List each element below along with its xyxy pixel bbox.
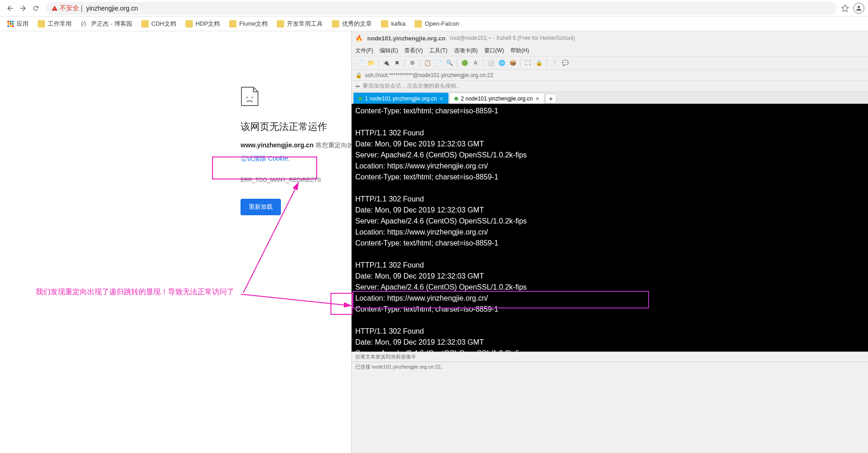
- xshell-menubar: 文件(F) 编辑(E) 查看(V) 工具(T) 选项卡(B) 窗口(W) 帮助(…: [352, 45, 868, 56]
- reload-button[interactable]: [29, 2, 42, 15]
- menu-window[interactable]: 窗口(W): [484, 47, 504, 55]
- folder-icon: [229, 20, 236, 28]
- xshell-title-host: node101.yinzhengjie.org.cn: [367, 35, 445, 42]
- tb-color-icon[interactable]: 🟢: [460, 58, 469, 67]
- svg-point-1: [252, 97, 253, 98]
- apps-label: 应用: [17, 20, 28, 28]
- xshell-titlebar: 🔥 node101.yinzhengjie.org.cn root@node10…: [352, 31, 868, 45]
- tb-paste-icon[interactable]: 📄: [434, 58, 443, 67]
- xshell-toolbar: 📄 📁 🔌 ✖ ⚙ 📋 📄 🔍 🟢 A ⬜ 🌐 📦 ⛶ 🔒 ❔ 💬: [352, 56, 868, 70]
- profile-button[interactable]: [853, 3, 864, 14]
- xshell-address-bar[interactable]: 🔒 ssh://root:***********@node101.yinzhen…: [352, 70, 868, 81]
- chrome-error-page: 该网页无法正常运作 www.yinzhengjie.org.cn 将您重定向的次…: [0, 31, 351, 453]
- menu-file[interactable]: 文件(F): [355, 47, 373, 55]
- content-area: 该网页无法正常运作 www.yinzhengjie.org.cn 将您重定向的次…: [0, 31, 868, 453]
- bookmark-item-4[interactable]: Flume文档: [225, 18, 271, 30]
- bookmarks-bar: 应用 工作常用 ⟨⁄⟩尹正杰 - 博客园 CDH文档 HDP文档 Flume文档…: [0, 17, 868, 31]
- folder-icon: [381, 20, 388, 28]
- reload-icon: [32, 5, 39, 12]
- warning-icon: [51, 5, 58, 11]
- forward-button[interactable]: [17, 2, 29, 15]
- tb-screen-icon[interactable]: ⬜: [486, 58, 495, 67]
- status-dot-icon: [358, 97, 362, 101]
- apps-icon: [7, 21, 14, 27]
- tb-disconnect-icon[interactable]: ✖: [392, 58, 402, 67]
- page-icon: ⟨⁄⟩: [81, 20, 88, 28]
- bookmark-item-0[interactable]: 工作常用: [34, 18, 75, 30]
- tb-font-icon[interactable]: A: [471, 58, 480, 67]
- tb-find-icon[interactable]: 🔍: [445, 58, 454, 67]
- tb-help-icon[interactable]: ❔: [549, 58, 559, 67]
- person-icon: [855, 5, 862, 12]
- tb-new-icon[interactable]: 📄: [355, 58, 364, 67]
- svg-point-0: [246, 97, 248, 98]
- xshell-status-2: 已连接 node101.yinzhengjie.org.cn:22。: [352, 362, 868, 372]
- tb-lock-icon[interactable]: 🔒: [534, 58, 543, 67]
- folder-icon: [185, 20, 193, 28]
- tb-globe-icon[interactable]: 🌐: [497, 58, 506, 67]
- address-bar[interactable]: 不安全 | yinzhengjie.org.cn: [46, 2, 837, 15]
- bookmark-item-8[interactable]: Open-Falcon: [411, 18, 463, 29]
- menu-tab[interactable]: 选项卡(B): [454, 47, 478, 55]
- close-icon[interactable]: ×: [440, 95, 443, 102]
- bookmark-item-3[interactable]: HDP文档: [182, 18, 224, 30]
- reload-page-button[interactable]: 重新加载: [241, 199, 281, 215]
- folder-icon: [332, 20, 339, 28]
- bookmark-star-button[interactable]: [840, 4, 850, 13]
- folder-icon: [277, 20, 284, 28]
- xshell-tab-2[interactable]: 2 node101.yinzhengjie.org.cn ×: [449, 93, 544, 104]
- folder-icon: [414, 20, 422, 28]
- terminal[interactable]: Content-Type: text/html; charset=iso-885…: [352, 104, 868, 352]
- arrow-right-icon: [19, 4, 27, 12]
- arrow-left-icon: [6, 4, 14, 12]
- xshell-hint-bar: ➡ 要添加当前会话，点击左侧的箭头按钮。: [352, 81, 868, 92]
- status-dot-icon: [454, 97, 458, 101]
- xshell-window: 🔥 node101.yinzhengjie.org.cn root@node10…: [351, 31, 868, 453]
- annotation-small-box: [330, 293, 353, 315]
- add-tab-button[interactable]: +: [545, 94, 556, 104]
- menu-help[interactable]: 帮助(H): [510, 47, 529, 55]
- bookmark-item-5[interactable]: 开发常用工具: [273, 18, 326, 30]
- menu-view[interactable]: 查看(V): [404, 47, 423, 55]
- tb-folder-icon[interactable]: 📦: [508, 58, 517, 67]
- back-button[interactable]: [4, 2, 17, 15]
- lock-icon: 🔒: [355, 72, 362, 78]
- bookmark-item-2[interactable]: CDH文档: [138, 18, 180, 30]
- folder-icon: [38, 20, 45, 28]
- star-icon: [841, 4, 849, 12]
- bookmark-item-1[interactable]: ⟨⁄⟩尹正杰 - 博客园: [77, 18, 136, 30]
- sad-page-icon: [241, 86, 259, 106]
- menu-edit[interactable]: 编辑(E): [380, 47, 398, 55]
- tb-reconnect-icon[interactable]: 🔌: [381, 58, 391, 67]
- xshell-status-1: 仅将文本发送到当前选项卡: [352, 352, 868, 362]
- tb-open-icon[interactable]: 📁: [366, 58, 375, 67]
- tb-fullscreen-icon[interactable]: ⛶: [523, 58, 532, 67]
- arrow-icon: ➡: [355, 83, 360, 89]
- clear-cookie-link[interactable]: 尝试清除 Cookie.: [241, 155, 290, 163]
- menu-tools[interactable]: 工具(T): [429, 47, 447, 55]
- bookmark-item-7[interactable]: kafka: [377, 18, 409, 29]
- terminal-output: Content-Type: text/html; charset=iso-885…: [355, 107, 527, 352]
- url-text: yinzhengjie.org.cn: [86, 5, 138, 12]
- xshell-title-sub: root@node101:~ - Xshell 5 (Free for Home…: [450, 35, 575, 41]
- folder-icon: [141, 20, 149, 28]
- close-icon[interactable]: ×: [536, 95, 539, 102]
- xshell-logo-icon: 🔥: [355, 35, 363, 42]
- xshell-tab-1[interactable]: 1 node101.yinzhengjie.org.cn ×: [353, 93, 448, 104]
- apps-button[interactable]: 应用: [4, 18, 32, 30]
- insecure-warning: 不安全: [51, 4, 79, 12]
- tb-props-icon[interactable]: ⚙: [408, 58, 417, 67]
- tb-chat-icon[interactable]: 💬: [560, 58, 570, 67]
- bookmark-item-6[interactable]: 优秀的文章: [328, 18, 375, 30]
- chrome-toolbar: 不安全 | yinzhengjie.org.cn: [0, 0, 868, 17]
- xshell-tabs: 1 node101.yinzhengjie.org.cn × 2 node101…: [352, 92, 868, 104]
- tb-copy-icon[interactable]: 📋: [423, 58, 432, 67]
